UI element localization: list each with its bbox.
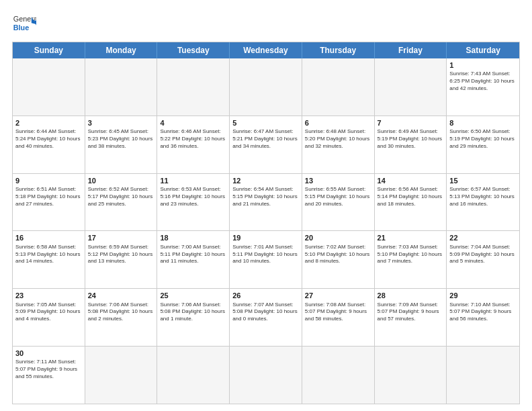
day-number: 14 [378, 176, 444, 185]
day-number: 30 [15, 349, 82, 358]
day-number: 2 [15, 118, 82, 128]
empty-cell [157, 58, 230, 116]
day-number: 7 [378, 118, 444, 128]
day-cell-24: 24Sunrise: 7:06 AM Sunset: 5:08 PM Dayli… [85, 289, 158, 346]
empty-cell [302, 58, 375, 116]
day-info: Sunrise: 7:07 AM Sunset: 5:08 PM Dayligh… [232, 302, 299, 323]
generalblue-logo-icon: General Blue [12, 12, 36, 36]
day-cell-23: 23Sunrise: 7:05 AM Sunset: 5:09 PM Dayli… [13, 289, 85, 346]
day-number: 4 [160, 118, 226, 128]
day-info: Sunrise: 6:57 AM Sunset: 5:13 PM Dayligh… [449, 186, 517, 208]
day-info: Sunrise: 6:59 AM Sunset: 5:12 PM Dayligh… [88, 244, 154, 265]
day-cell-14: 14Sunrise: 6:56 AM Sunset: 5:14 PM Dayli… [375, 174, 447, 231]
day-info: Sunrise: 6:51 AM Sunset: 5:18 PM Dayligh… [15, 186, 82, 208]
day-number: 5 [232, 118, 299, 128]
day-number: 25 [160, 291, 226, 300]
empty-cell [447, 347, 519, 404]
logo: General Blue [12, 12, 36, 36]
day-cell-10: 10Sunrise: 6:52 AM Sunset: 5:17 PM Dayli… [85, 174, 158, 231]
day-number: 9 [15, 176, 82, 185]
calendar: SundayMondayTuesdayWednesdayThursdayFrid… [12, 42, 520, 404]
day-info: Sunrise: 6:49 AM Sunset: 5:19 PM Dayligh… [378, 128, 444, 150]
day-number: 18 [160, 233, 226, 242]
day-info: Sunrise: 6:46 AM Sunset: 5:22 PM Dayligh… [160, 128, 226, 150]
calendar-row-5: 30Sunrise: 7:11 AM Sunset: 5:07 PM Dayli… [13, 347, 519, 404]
day-cell-21: 21Sunrise: 7:03 AM Sunset: 5:10 PM Dayli… [375, 231, 447, 288]
empty-cell [85, 58, 158, 116]
day-cell-4: 4Sunrise: 6:46 AM Sunset: 5:22 PM Daylig… [157, 116, 230, 173]
day-number: 20 [305, 233, 371, 242]
day-number: 21 [378, 233, 444, 242]
day-cell-3: 3Sunrise: 6:45 AM Sunset: 5:23 PM Daylig… [85, 116, 158, 173]
day-number: 6 [305, 118, 371, 128]
day-cell-7: 7Sunrise: 6:49 AM Sunset: 5:19 PM Daylig… [375, 116, 447, 173]
day-info: Sunrise: 6:55 AM Sunset: 5:15 PM Dayligh… [305, 186, 371, 208]
day-cell-18: 18Sunrise: 7:00 AM Sunset: 5:11 PM Dayli… [157, 231, 230, 288]
empty-cell [375, 58, 447, 116]
day-cell-16: 16Sunrise: 6:58 AM Sunset: 5:13 PM Dayli… [13, 231, 85, 288]
weekday-header-wednesday: Wednesday [230, 42, 302, 58]
empty-cell [302, 347, 375, 404]
day-number: 26 [232, 291, 299, 300]
day-cell-20: 20Sunrise: 7:02 AM Sunset: 5:10 PM Dayli… [302, 231, 375, 288]
day-number: 10 [88, 176, 154, 185]
day-info: Sunrise: 7:10 AM Sunset: 5:07 PM Dayligh… [449, 302, 517, 323]
day-cell-9: 9Sunrise: 6:51 AM Sunset: 5:18 PM Daylig… [13, 174, 85, 231]
day-info: Sunrise: 7:03 AM Sunset: 5:10 PM Dayligh… [378, 244, 444, 265]
svg-text:Blue: Blue [13, 24, 29, 32]
day-cell-2: 2Sunrise: 6:44 AM Sunset: 5:24 PM Daylig… [13, 116, 85, 173]
calendar-row-1: 2Sunrise: 6:44 AM Sunset: 5:24 PM Daylig… [13, 116, 519, 174]
day-number: 17 [88, 233, 154, 242]
day-number: 3 [88, 118, 154, 128]
day-number: 11 [160, 176, 226, 185]
empty-cell [13, 58, 85, 116]
day-cell-11: 11Sunrise: 6:53 AM Sunset: 5:16 PM Dayli… [157, 174, 230, 231]
day-info: Sunrise: 6:50 AM Sunset: 5:19 PM Dayligh… [449, 128, 517, 150]
day-info: Sunrise: 6:44 AM Sunset: 5:24 PM Dayligh… [15, 128, 82, 150]
weekday-header-thursday: Thursday [302, 42, 375, 58]
day-info: Sunrise: 6:47 AM Sunset: 5:21 PM Dayligh… [232, 128, 299, 150]
day-cell-1: 1Sunrise: 7:43 AM Sunset: 6:25 PM Daylig… [447, 58, 519, 116]
day-info: Sunrise: 7:00 AM Sunset: 5:11 PM Dayligh… [160, 244, 226, 265]
day-cell-26: 26Sunrise: 7:07 AM Sunset: 5:08 PM Dayli… [230, 289, 302, 346]
calendar-body: 1Sunrise: 7:43 AM Sunset: 6:25 PM Daylig… [13, 58, 519, 404]
day-number: 23 [15, 291, 82, 300]
day-info: Sunrise: 7:02 AM Sunset: 5:10 PM Dayligh… [305, 244, 371, 265]
day-info: Sunrise: 7:11 AM Sunset: 5:07 PM Dayligh… [15, 359, 82, 380]
day-number: 27 [305, 291, 371, 300]
day-info: Sunrise: 7:06 AM Sunset: 5:08 PM Dayligh… [88, 302, 154, 323]
calendar-page: General Blue SundayMondayTuesdayWednesda… [0, 0, 532, 411]
day-cell-19: 19Sunrise: 7:01 AM Sunset: 5:11 PM Dayli… [230, 231, 302, 288]
day-number: 12 [232, 176, 299, 185]
day-info: Sunrise: 7:01 AM Sunset: 5:11 PM Dayligh… [232, 244, 299, 265]
weekday-header-saturday: Saturday [447, 42, 519, 58]
day-cell-29: 29Sunrise: 7:10 AM Sunset: 5:07 PM Dayli… [447, 289, 519, 346]
calendar-row-4: 23Sunrise: 7:05 AM Sunset: 5:09 PM Dayli… [13, 289, 519, 347]
day-info: Sunrise: 6:52 AM Sunset: 5:17 PM Dayligh… [88, 186, 154, 208]
day-info: Sunrise: 7:08 AM Sunset: 5:07 PM Dayligh… [305, 302, 371, 323]
weekday-header-friday: Friday [375, 42, 447, 58]
day-number: 19 [232, 233, 299, 242]
header: General Blue [12, 12, 520, 36]
day-number: 22 [449, 233, 517, 242]
calendar-row-0: 1Sunrise: 7:43 AM Sunset: 6:25 PM Daylig… [13, 58, 519, 116]
day-info: Sunrise: 6:58 AM Sunset: 5:13 PM Dayligh… [15, 244, 82, 265]
day-cell-28: 28Sunrise: 7:09 AM Sunset: 5:07 PM Dayli… [375, 289, 447, 346]
day-number: 1 [449, 60, 517, 70]
weekday-header-sunday: Sunday [13, 42, 85, 58]
day-info: Sunrise: 6:48 AM Sunset: 5:20 PM Dayligh… [305, 128, 371, 150]
day-cell-13: 13Sunrise: 6:55 AM Sunset: 5:15 PM Dayli… [302, 174, 375, 231]
day-cell-27: 27Sunrise: 7:08 AM Sunset: 5:07 PM Dayli… [302, 289, 375, 346]
day-info: Sunrise: 6:54 AM Sunset: 5:15 PM Dayligh… [232, 186, 299, 208]
day-info: Sunrise: 7:43 AM Sunset: 6:25 PM Dayligh… [449, 71, 517, 92]
day-cell-17: 17Sunrise: 6:59 AM Sunset: 5:12 PM Dayli… [85, 231, 158, 288]
calendar-header-row: SundayMondayTuesdayWednesdayThursdayFrid… [13, 42, 519, 58]
day-info: Sunrise: 6:53 AM Sunset: 5:16 PM Dayligh… [160, 186, 226, 208]
day-cell-25: 25Sunrise: 7:06 AM Sunset: 5:08 PM Dayli… [157, 289, 230, 346]
day-number: 15 [449, 176, 517, 185]
day-info: Sunrise: 7:05 AM Sunset: 5:09 PM Dayligh… [15, 302, 82, 323]
day-cell-5: 5Sunrise: 6:47 AM Sunset: 5:21 PM Daylig… [230, 116, 302, 173]
weekday-header-monday: Monday [85, 42, 158, 58]
day-info: Sunrise: 6:45 AM Sunset: 5:23 PM Dayligh… [88, 128, 154, 150]
empty-cell [157, 347, 230, 404]
